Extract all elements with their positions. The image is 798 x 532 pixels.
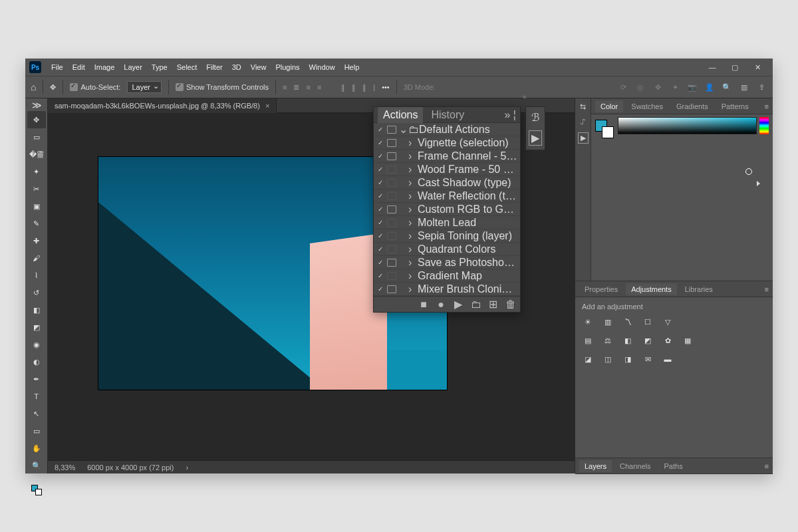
collapse-panels-icon[interactable]: «	[523, 93, 527, 100]
action-row[interactable]: ✓›Frame Channel - 50 pixel	[374, 150, 520, 163]
menu-help[interactable]: Help	[340, 63, 364, 71]
action-row[interactable]: ✓›Vignette (selection)	[374, 136, 520, 150]
panel-collapse-icon[interactable]: ⇆	[580, 102, 586, 111]
move-tool[interactable]: ✥	[27, 111, 46, 128]
type-tool[interactable]: T	[27, 388, 46, 405]
adjustments-tab-libraries[interactable]: Libraries	[680, 283, 718, 295]
align-controls[interactable]: ≡≣≡≡ ‖‖‖|	[283, 83, 375, 92]
adjustments-panel-menu-icon[interactable]: ≡	[761, 285, 773, 293]
color-tab-color[interactable]: Color	[595, 100, 623, 112]
history-shortcut-icon[interactable]: ▶	[529, 130, 542, 146]
menu-edit[interactable]: Edit	[68, 63, 90, 71]
magic-wand-tool[interactable]: ✦	[27, 163, 46, 180]
edit-toolbar[interactable]: ⋯	[27, 475, 46, 484]
play-icon[interactable]: ▶	[578, 132, 589, 144]
blur-tool[interactable]: ◉	[27, 336, 46, 353]
zoom-readout[interactable]: 8,33%	[55, 464, 75, 471]
actions-tab-history[interactable]: History	[426, 107, 469, 123]
menu-layer[interactable]: Layer	[119, 63, 147, 71]
gradient-tool[interactable]: ◩	[27, 319, 46, 336]
gradient-map-icon[interactable]: ▬	[662, 353, 674, 365]
selective-color-icon[interactable]: ✉	[642, 353, 654, 365]
delete-action-icon[interactable]: 🗑	[505, 299, 515, 311]
eyedropper-tool[interactable]: ✎	[27, 215, 46, 232]
type-presets-icon[interactable]: ⑀	[581, 118, 585, 126]
healing-brush-tool[interactable]: ✚	[27, 232, 46, 249]
fg-bg-swatch[interactable]	[595, 120, 614, 138]
color-tab-gradients[interactable]: Gradients	[671, 100, 714, 112]
menu-view[interactable]: View	[246, 63, 271, 71]
brightness-contrast-icon[interactable]: ☀	[582, 316, 594, 328]
color-tab-swatches[interactable]: Swatches	[626, 100, 668, 112]
color-panel-menu-icon[interactable]: ≡	[761, 102, 773, 110]
close-button[interactable]: ✕	[750, 63, 765, 72]
minimize-button[interactable]: —	[705, 63, 720, 72]
action-row[interactable]: ✓›Gradient Map	[374, 269, 520, 283]
action-row[interactable]: ✓›Custom RGB to Grayscale	[374, 203, 520, 216]
hue-slider[interactable]	[759, 117, 769, 134]
layers-tab-layers[interactable]: Layers	[579, 460, 612, 472]
document-tab[interactable]: sam-moqadam-b3kL6kBOEWs-unsplash.jpg @ 8…	[48, 98, 277, 113]
zoom-tool[interactable]: 🔍	[27, 457, 46, 474]
color-balance-icon[interactable]: ⚖	[602, 334, 614, 346]
action-row[interactable]: ✓›Water Reflection (type)	[374, 190, 520, 203]
auto-select-checkbox[interactable]: Auto-Select:	[70, 83, 120, 91]
begin-recording-icon[interactable]: ●	[436, 299, 446, 311]
threshold-icon[interactable]: ◨	[622, 353, 634, 365]
hand-tool[interactable]: ✋	[27, 440, 46, 457]
path-selection-tool[interactable]: ↖	[27, 405, 46, 422]
action-row[interactable]: ✓›Sepia Toning (layer)	[374, 229, 520, 243]
home-button[interactable]: ⌂	[31, 82, 36, 92]
actions-panel-expand-icon[interactable]: » ¦	[501, 109, 521, 121]
action-row[interactable]: ✓›Quadrant Colors	[374, 243, 520, 256]
channel-mixer-icon[interactable]: ✿	[662, 334, 674, 346]
levels-icon[interactable]: ▥	[602, 316, 614, 328]
eraser-tool[interactable]: ◧	[27, 301, 46, 319]
color-tab-patterns[interactable]: Patterns	[716, 100, 754, 112]
action-row[interactable]: ✓›Molten Lead	[374, 216, 520, 229]
workspace-icon[interactable]: ▥	[738, 83, 750, 92]
search-icon[interactable]: 🔍	[721, 83, 733, 92]
menu-filter[interactable]: Filter	[201, 63, 227, 71]
new-action-icon[interactable]: ⊞	[488, 298, 497, 311]
actions-tab-actions[interactable]: Actions	[378, 107, 423, 123]
adjustments-tab-properties[interactable]: Properties	[579, 283, 623, 295]
share-icon[interactable]: ⇪	[755, 83, 767, 92]
action-row[interactable]: ✓›Cast Shadow (type)	[374, 176, 520, 190]
menu-window[interactable]: Window	[305, 63, 340, 71]
action-row[interactable]: ✓›Save as Photoshop PDF	[374, 256, 520, 269]
action-row[interactable]: ✓›Wood Frame - 50 pixel	[374, 163, 520, 176]
menu-select[interactable]: Select	[172, 63, 202, 71]
actions-group-header[interactable]: ✓⌄🗀Default Actions	[374, 123, 520, 136]
invert-icon[interactable]: ◪	[582, 353, 594, 365]
dodge-tool[interactable]: ◐	[27, 353, 46, 370]
photo-filter-icon[interactable]: ◩	[642, 334, 654, 346]
layers-tab-channels[interactable]: Channels	[614, 460, 656, 472]
menu-type[interactable]: Type	[147, 63, 172, 71]
marquee-tool[interactable]: ▭	[27, 128, 46, 146]
posterize-icon[interactable]: ◫	[602, 353, 614, 365]
crop-tool[interactable]: ✂	[27, 180, 46, 198]
color-field[interactable]	[618, 117, 757, 134]
play-action-icon[interactable]: ▶	[454, 298, 463, 311]
black-white-icon[interactable]: ◧	[622, 334, 634, 346]
layers-tab-paths[interactable]: Paths	[659, 460, 688, 472]
layers-panel-menu-icon[interactable]: ≡	[761, 462, 773, 470]
new-set-icon[interactable]: 🗀	[471, 299, 480, 311]
hue-saturation-icon[interactable]: ▤	[582, 334, 594, 346]
adjustments-tab-adjustments[interactable]: Adjustments	[626, 283, 677, 295]
show-transform-checkbox[interactable]: Show Transform Controls	[176, 83, 269, 91]
tool-expand[interactable]: ≫	[27, 100, 46, 110]
close-tab-icon[interactable]: ×	[265, 102, 269, 110]
status-menu-chevron[interactable]: ›	[186, 464, 188, 471]
exposure-icon[interactable]: ☐	[642, 316, 654, 328]
menu-file[interactable]: File	[47, 63, 68, 71]
frame-tool[interactable]: ▣	[27, 198, 46, 215]
user-icon[interactable]: 👤	[704, 83, 716, 92]
curves-icon[interactable]: 〽	[622, 316, 634, 328]
menu-plugins[interactable]: Plugins	[271, 63, 304, 71]
color-lookup-icon[interactable]: ▦	[682, 334, 694, 346]
clone-stamp-tool[interactable]: ⌇	[27, 267, 46, 284]
action-row[interactable]: ✓›Mixer Brush Cloning Paint …	[374, 283, 520, 296]
brush-presets-icon[interactable]: ℬ	[531, 111, 540, 124]
